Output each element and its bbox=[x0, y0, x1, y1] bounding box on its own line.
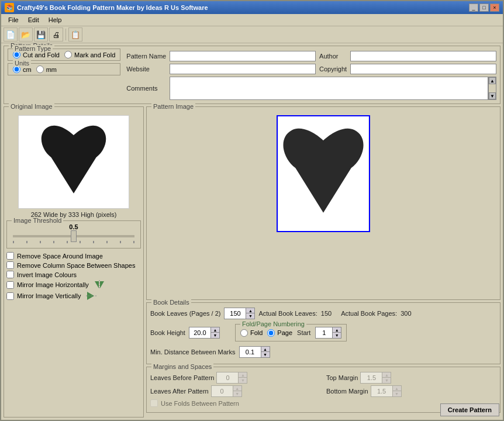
bottom-margin-down: ▼ bbox=[393, 391, 401, 396]
svg-marker-4 bbox=[87, 296, 94, 300]
remove-column-label: Remove Column Space Between Shapes bbox=[17, 262, 135, 269]
leaves-before-value bbox=[217, 372, 238, 383]
open-button[interactable]: 📂 bbox=[19, 27, 33, 42]
threshold-title: Image Threshold bbox=[12, 217, 63, 224]
min-distance-up[interactable]: ▲ bbox=[261, 347, 270, 352]
leaves-before-spinbox: ▲ ▼ bbox=[216, 372, 247, 384]
right-panel: Pattern Image Book Details bbox=[146, 106, 500, 417]
mirror-vertical-checkbox[interactable]: Mirror Image Vertically bbox=[6, 291, 141, 301]
leaves-after-value bbox=[212, 386, 233, 396]
original-image-canvas bbox=[18, 115, 129, 209]
min-distance-value[interactable] bbox=[240, 347, 261, 357]
height-label: Book Height bbox=[150, 329, 185, 336]
fold-radio[interactable]: Fold bbox=[240, 329, 263, 337]
scroll-down[interactable]: ▼ bbox=[489, 92, 496, 99]
left-panel: Original Image 262 Wide by 333 High (pix… bbox=[4, 106, 144, 417]
create-pattern-button[interactable]: Create Pattern bbox=[440, 403, 499, 416]
leaves-value[interactable] bbox=[225, 308, 246, 319]
comments-input[interactable] bbox=[170, 77, 488, 100]
margins-title: Margins and Spaces bbox=[151, 363, 213, 370]
leaves-before-row: Leaves Before Pattern ▲ ▼ bbox=[150, 372, 320, 384]
remove-space-checkbox[interactable]: Remove Space Around Image bbox=[6, 252, 141, 260]
print-button[interactable]: 🖨 bbox=[49, 27, 63, 42]
leaves-before-up: ▲ bbox=[239, 372, 247, 378]
units-title: Units bbox=[13, 60, 31, 67]
top-margin-value bbox=[361, 372, 382, 383]
height-up[interactable]: ▲ bbox=[211, 327, 219, 333]
mirror-vertical-label: Mirror Image Vertically bbox=[17, 292, 81, 299]
mirror-horizontal-checkbox[interactable]: Mirror Image Horizontally bbox=[6, 280, 141, 289]
leaves-after-down: ▼ bbox=[233, 391, 241, 396]
titlebar-buttons: _ □ × bbox=[469, 4, 499, 12]
titlebar-left: 📚 Crafty49's Book Folding Pattern Maker … bbox=[5, 3, 208, 12]
author-label: Author bbox=[319, 53, 347, 60]
height-row: Book Height ▲ ▼ F bbox=[150, 324, 412, 341]
bottom-panels: Original Image 262 Wide by 333 High (pix… bbox=[4, 106, 500, 417]
book-details-group: Book Details Book Leaves (Pages / 2) ▲ bbox=[146, 302, 500, 364]
use-folds-label: Use Folds Between Pattern bbox=[161, 400, 239, 407]
remove-column-checkbox[interactable]: Remove Column Space Between Shapes bbox=[6, 261, 141, 269]
comments-label: Comments bbox=[126, 85, 166, 92]
minimize-button[interactable]: _ bbox=[469, 4, 478, 12]
toolbar-separator bbox=[65, 29, 66, 40]
start-label: Start bbox=[297, 329, 310, 336]
bottom-margin-up: ▲ bbox=[393, 386, 401, 391]
fold-page-box: Fold/Page Numbering Fold Page bbox=[235, 324, 347, 341]
start-value[interactable] bbox=[316, 327, 332, 338]
info-button[interactable]: 📋 bbox=[68, 27, 82, 42]
pattern-heart-svg bbox=[278, 116, 369, 231]
maximize-button[interactable]: □ bbox=[479, 4, 489, 12]
website-input[interactable] bbox=[170, 64, 316, 74]
copyright-label: Copyright bbox=[319, 65, 347, 73]
leaves-spinbox[interactable]: ▲ ▼ bbox=[224, 308, 255, 319]
invert-colours-checkbox[interactable]: Invert Image Colours bbox=[6, 271, 141, 278]
comments-scrollbar[interactable]: ▲ ▼ bbox=[488, 77, 496, 100]
start-up[interactable]: ▲ bbox=[333, 327, 341, 333]
actual-leaves-value: 150 bbox=[321, 310, 332, 317]
cut-fold-label: Cut and Fold bbox=[23, 51, 60, 58]
checkboxes-container: Remove Space Around Image Remove Column … bbox=[6, 252, 141, 301]
copyright-input[interactable] bbox=[350, 64, 496, 74]
menu-edit[interactable]: Edit bbox=[23, 15, 44, 25]
actual-pages-label: Actual Book Pages: bbox=[341, 310, 397, 317]
min-distance-row: Min. Distance Between Marks ▲ ▼ bbox=[150, 346, 412, 358]
leaves-up[interactable]: ▲ bbox=[246, 308, 254, 313]
start-down[interactable]: ▼ bbox=[333, 333, 341, 338]
mm-radio[interactable]: mm bbox=[36, 65, 57, 73]
app-icon: 📚 bbox=[5, 3, 14, 12]
svg-marker-0 bbox=[95, 281, 99, 288]
author-input[interactable] bbox=[350, 51, 496, 61]
leaves-down[interactable]: ▼ bbox=[246, 313, 254, 319]
height-value[interactable] bbox=[189, 327, 210, 338]
units-group: Units cm mm bbox=[8, 63, 120, 75]
pattern-type-group: Pattern Type Cut and Fold Mark and Fold bbox=[8, 49, 120, 61]
save-button[interactable]: 💾 bbox=[34, 27, 48, 42]
leaves-before-down: ▼ bbox=[239, 378, 247, 383]
height-down[interactable]: ▼ bbox=[211, 333, 219, 338]
min-distance-down[interactable]: ▼ bbox=[261, 352, 270, 357]
top-margin-label: Top Margin bbox=[326, 374, 358, 381]
actual-pages-value: 300 bbox=[401, 310, 411, 317]
page-radio[interactable]: Page bbox=[267, 329, 292, 337]
pattern-name-input[interactable] bbox=[170, 51, 316, 61]
heart-svg bbox=[19, 116, 129, 208]
pattern-image-canvas bbox=[277, 115, 370, 232]
leaves-row: Book Leaves (Pages / 2) ▲ ▼ Actual Book … bbox=[150, 308, 412, 319]
new-button[interactable]: 📄 bbox=[4, 27, 18, 42]
actual-leaves-label: Actual Book Leaves: bbox=[258, 310, 317, 317]
menu-file[interactable]: File bbox=[4, 15, 23, 25]
bottom-margin-row: Bottom Margin ▲ ▼ bbox=[326, 385, 496, 397]
close-button[interactable]: × bbox=[490, 4, 499, 12]
scroll-up[interactable]: ▲ bbox=[489, 77, 496, 84]
menu-help[interactable]: Help bbox=[44, 15, 67, 25]
leaves-before-label: Leaves Before Pattern bbox=[150, 374, 214, 381]
height-spinbox[interactable]: ▲ ▼ bbox=[189, 327, 220, 339]
top-margin-row: Top Margin ▲ ▼ bbox=[326, 372, 496, 384]
svg-marker-3 bbox=[87, 292, 94, 296]
mark-and-fold-radio[interactable]: Mark and Fold bbox=[64, 51, 115, 58]
min-distance-spinbox[interactable]: ▲ ▼ bbox=[239, 346, 270, 358]
start-spinbox[interactable]: ▲ ▼ bbox=[315, 327, 341, 339]
remove-space-label: Remove Space Around Image bbox=[17, 253, 103, 260]
threshold-slider[interactable] bbox=[13, 235, 134, 237]
mirror-horizontal-label: Mirror Image Horizontally bbox=[17, 281, 89, 288]
